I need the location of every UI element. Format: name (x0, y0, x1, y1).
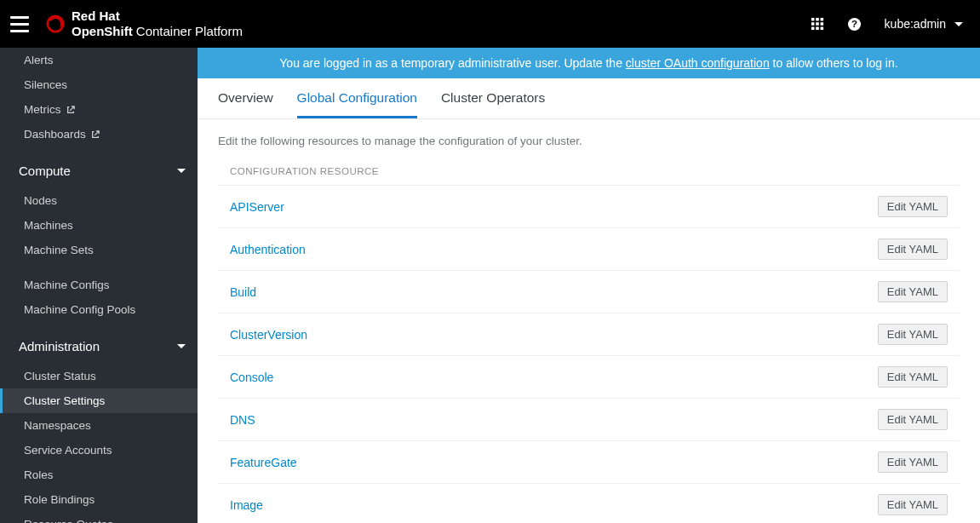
redhat-logo-icon (46, 14, 65, 33)
svg-text:?: ? (851, 19, 857, 29)
svg-rect-5 (816, 22, 819, 26)
resource-row: FeatureGateEdit YAML (218, 440, 960, 483)
sidebar-item-cluster-settings[interactable]: Cluster Settings (0, 388, 198, 413)
resource-row: AuthenticationEdit YAML (218, 227, 960, 270)
user-menu[interactable]: kube:admin (885, 17, 963, 31)
external-link-icon (66, 106, 75, 114)
edit-yaml-button[interactable]: Edit YAML (878, 239, 948, 260)
sidebar-item-cluster-status[interactable]: Cluster Status (0, 364, 198, 388)
brand-bottom: OpenShift Container Platform (72, 25, 243, 39)
resource-row: DNSEdit YAML (218, 398, 960, 440)
sidebar-item-service-accounts[interactable]: Service Accounts (0, 438, 198, 463)
edit-yaml-button[interactable]: Edit YAML (878, 494, 948, 515)
content-description: Edit the following resources to manage t… (218, 135, 960, 147)
external-link-icon (91, 130, 100, 139)
brand-top: Red Hat (72, 9, 243, 24)
sidebar-item-roles[interactable]: Roles (0, 463, 198, 487)
tab-bar: OverviewGlobal ConfigurationCluster Oper… (198, 78, 980, 119)
resource-row: ConsoleEdit YAML (218, 355, 960, 398)
svg-rect-6 (820, 22, 823, 26)
svg-rect-8 (816, 27, 819, 31)
sidebar-item-resource-quotas[interactable]: Resource Quotas (0, 512, 198, 523)
resource-row: APIServerEdit YAML (218, 185, 960, 227)
sidebar-item-metrics[interactable]: Metrics (0, 97, 198, 122)
main-content: You are logged in as a temporary adminis… (198, 48, 980, 523)
apps-grid-icon[interactable] (810, 16, 825, 32)
edit-yaml-button[interactable]: Edit YAML (878, 409, 948, 430)
sidebar-item-machine-config-pools[interactable]: Machine Config Pools (0, 297, 198, 322)
resource-row: ClusterVersionEdit YAML (218, 313, 960, 355)
sidebar-item-role-bindings[interactable]: Role Bindings (0, 487, 198, 512)
svg-rect-2 (816, 18, 819, 21)
hamburger-icon[interactable] (9, 13, 31, 35)
resource-row: BuildEdit YAML (218, 270, 960, 313)
edit-yaml-button[interactable]: Edit YAML (878, 196, 948, 217)
resource-link-build[interactable]: Build (230, 285, 256, 299)
sidebar-item-alerts[interactable]: Alerts (0, 48, 198, 72)
chevron-down-icon (177, 344, 186, 348)
resource-link-dns[interactable]: DNS (230, 413, 255, 427)
sidebar-item-silences[interactable]: Silences (0, 72, 198, 97)
svg-rect-7 (811, 27, 814, 31)
info-banner: You are logged in as a temporary adminis… (198, 48, 980, 78)
top-bar: Red Hat OpenShift Container Platform ? k… (0, 0, 980, 48)
resource-link-clusterversion[interactable]: ClusterVersion (230, 328, 307, 342)
svg-rect-3 (820, 18, 823, 21)
column-header: CONFIGURATION RESOURCE (218, 166, 960, 185)
sidebar-item-machine-configs[interactable]: Machine Configs (0, 273, 198, 297)
sidebar-item-machines[interactable]: Machines (0, 213, 198, 238)
chevron-down-icon (177, 169, 186, 173)
resource-link-featuregate[interactable]: FeatureGate (230, 456, 297, 469)
svg-rect-1 (811, 18, 814, 21)
tab-overview[interactable]: Overview (218, 78, 273, 118)
sidebar-section-administration[interactable]: Administration (0, 329, 198, 364)
svg-rect-4 (811, 22, 814, 26)
resource-link-authentication[interactable]: Authentication (230, 243, 306, 256)
sidebar: AlertsSilencesMetricsDashboardsComputeNo… (0, 48, 198, 523)
tab-cluster-operators[interactable]: Cluster Operators (441, 78, 545, 118)
resource-link-image[interactable]: Image (230, 498, 263, 512)
brand: Red Hat OpenShift Container Platform (46, 9, 243, 38)
resource-link-apiserver[interactable]: APIServer (230, 200, 284, 214)
tab-global-configuration[interactable]: Global Configuration (297, 78, 417, 118)
svg-rect-9 (820, 27, 823, 31)
edit-yaml-button[interactable]: Edit YAML (878, 324, 948, 345)
resource-link-console[interactable]: Console (230, 371, 273, 384)
edit-yaml-button[interactable]: Edit YAML (878, 451, 948, 473)
user-name: kube:admin (885, 17, 946, 31)
sidebar-item-namespaces[interactable]: Namespaces (0, 413, 198, 438)
edit-yaml-button[interactable]: Edit YAML (878, 281, 948, 302)
oauth-config-link[interactable]: cluster OAuth configuration (626, 56, 770, 70)
sidebar-item-nodes[interactable]: Nodes (0, 188, 198, 213)
sidebar-item-dashboards[interactable]: Dashboards (0, 122, 198, 147)
help-icon[interactable]: ? (847, 16, 863, 32)
sidebar-item-machine-sets[interactable]: Machine Sets (0, 238, 198, 262)
resource-row: ImageEdit YAML (218, 483, 960, 523)
edit-yaml-button[interactable]: Edit YAML (878, 366, 948, 388)
chevron-down-icon (954, 22, 963, 26)
sidebar-section-compute[interactable]: Compute (0, 153, 198, 188)
